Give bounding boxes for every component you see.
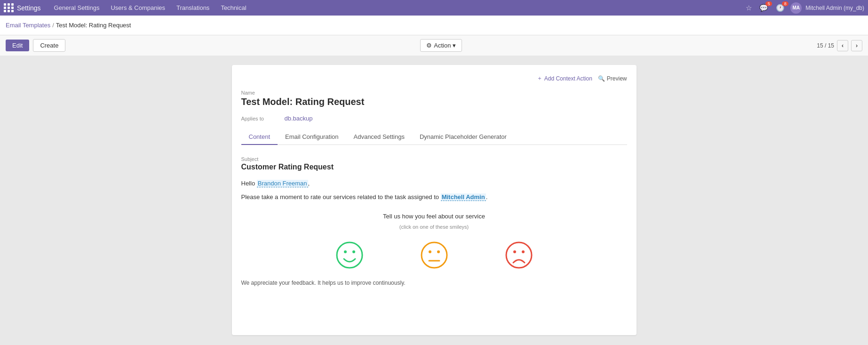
line2-name: Mitchell Admin [441,193,486,201]
messages-icon-btn[interactable]: 💬 5 [757,3,770,13]
search-icon: 🔍 [598,75,605,82]
activities-icon-btn[interactable]: 🕐 8 [774,3,787,13]
svg-point-3 [422,242,447,268]
avatar: MA [790,2,802,14]
content-tabs: Content Email Configuration Advanced Set… [241,129,627,145]
preview-button[interactable]: 🔍 Preview [598,74,627,82]
body-line2: Please take a moment to rate our service… [241,193,627,202]
main-content: ＋ Add Context Action 🔍 Preview Name Test… [0,56,868,345]
brand: Settings [4,3,41,12]
pagination-next[interactable]: › [851,40,862,51]
applies-to-label: Applies to [241,116,279,121]
subject-label: Subject [241,156,627,162]
star-icon-btn[interactable]: ☆ [744,3,754,13]
menu-item-technical[interactable]: Technical [215,0,252,16]
user-name: Mitchell Admin (my_db) [805,5,864,11]
tab-content[interactable]: Content [241,129,278,145]
action-dropdown-icon: ▾ [453,42,456,49]
svg-point-4 [429,250,431,253]
email-template-card: ＋ Add Context Action 🔍 Preview Name Test… [232,65,637,335]
pagination-text: 15 / 15 [817,42,834,49]
pagination-prev[interactable]: ‹ [837,40,848,51]
greeting-suffix: , [308,180,310,187]
applies-to-field: Applies to db.backup [241,115,627,122]
line2-prefix: Please take a moment to rate our service… [241,193,441,201]
smileys-row [241,241,627,269]
activities-badge: 8 [782,1,788,6]
messages-badge: 5 [765,1,772,6]
svg-point-5 [437,250,440,253]
menu-item-general-settings[interactable]: General Settings [48,0,105,16]
greeting-name: Brandon Freeman [257,180,308,187]
svg-point-9 [522,250,525,253]
breadcrumb-separator: / [52,22,54,29]
svg-point-2 [352,250,355,253]
brand-icon [4,3,14,12]
greeting-line: Hello Brandon Freeman, [241,179,627,189]
greeting-prefix: Hello [241,180,257,187]
happy-smiley[interactable] [335,241,364,269]
tab-advanced-settings[interactable]: Advanced Settings [346,129,412,145]
menu-item-translations[interactable]: Translations [171,0,215,16]
svg-point-8 [513,250,516,253]
action-button[interactable]: ⚙ Action ▾ [420,39,462,52]
tab-email-configuration[interactable]: Email Configuration [278,129,346,145]
tab-dynamic-placeholder[interactable]: Dynamic Placeholder Generator [412,129,514,145]
svg-point-7 [506,242,532,268]
email-content-panel: Subject Customer Rating Request Hello Br… [241,152,627,295]
svg-point-0 [337,242,362,268]
menu-item-users-companies[interactable]: Users & Companies [105,0,171,16]
action-button-label: Action [434,42,451,49]
breadcrumb-current: Test Model: Rating Request [56,22,131,29]
line2-suffix: . [486,193,488,201]
add-context-action-label: Add Context Action [544,75,592,82]
smiley-section: Tell us how you feel about our service (… [241,212,627,269]
action-gear-icon: ⚙ [426,42,432,49]
smiley-subtitle: (click on one of these smileys) [241,223,627,232]
navbar: Settings General Settings Users & Compan… [0,0,868,16]
name-field: Name Test Model: Rating Request [241,90,627,107]
pagination: 15 / 15 ‹ › [817,40,862,51]
email-body: Hello Brandon Freeman, Please take a mom… [241,179,627,288]
feedback-text: We appreciate your feedback. It helps us… [241,279,627,288]
breadcrumb-parent[interactable]: Email Templates [6,22,50,29]
edit-button[interactable]: Edit [6,40,29,51]
create-button[interactable]: Create [33,39,65,52]
add-context-action-button[interactable]: ＋ Add Context Action [537,74,592,82]
name-label: Name [241,90,627,96]
subject-value: Customer Rating Request [241,163,627,171]
app-title: Settings [17,4,41,12]
neutral-smiley[interactable] [420,241,448,269]
smiley-title: Tell us how you feel about our service [241,212,627,222]
card-header: ＋ Add Context Action 🔍 Preview [241,74,627,82]
toolbar: Edit Create ⚙ Action ▾ 15 / 15 ‹ › [0,35,868,56]
preview-label: Preview [607,75,627,82]
name-value: Test Model: Rating Request [241,96,627,107]
applies-to-value[interactable]: db.backup [285,115,313,122]
plus-icon: ＋ [537,74,542,82]
main-menu: General Settings Users & Companies Trans… [48,0,744,16]
navbar-right: ☆ 💬 5 🕐 8 MA Mitchell Admin (my_db) [744,2,864,14]
sad-smiley[interactable] [505,241,533,269]
svg-point-1 [344,250,347,253]
breadcrumb-bar: Email Templates / Test Model: Rating Req… [0,16,868,35]
